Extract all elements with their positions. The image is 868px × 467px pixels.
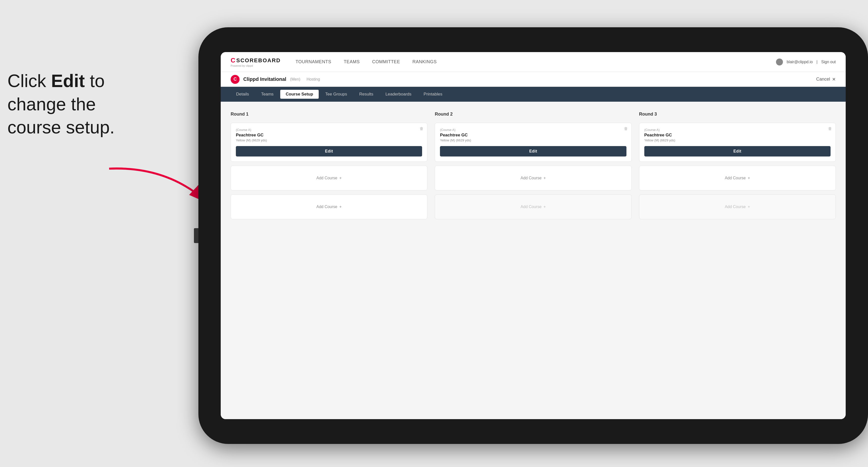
tab-teams[interactable]: Teams xyxy=(256,90,279,99)
tournament-gender: (Men) xyxy=(290,77,300,82)
tab-course-setup[interactable]: Course Setup xyxy=(280,90,319,99)
instruction-block: Click Edit tochange thecourse setup. xyxy=(7,69,115,139)
round-2-course-label: (Course A) xyxy=(440,128,626,132)
main-content: Round 1 🗑 (Course A) Peachtree GC Yellow… xyxy=(221,102,846,419)
round-3-course-card: 🗑 (Course A) Peachtree GC Yellow (M) (66… xyxy=(639,123,836,162)
tab-results[interactable]: Results xyxy=(354,90,379,99)
rounds-grid: Round 1 🗑 (Course A) Peachtree GC Yellow… xyxy=(230,112,836,219)
nav-right: blair@clippd.io | Sign out xyxy=(776,59,836,65)
round-3-course-name: Peachtree GC xyxy=(644,133,831,138)
tournament-logo: C xyxy=(230,75,240,84)
round-1-edit-button[interactable]: Edit xyxy=(236,146,422,156)
tournament-name: Clippd Invitational xyxy=(243,76,286,82)
round-3-edit-button[interactable]: Edit xyxy=(644,146,831,156)
round-2-course-card: 🗑 (Course A) Peachtree GC Yellow (M) (66… xyxy=(435,123,631,162)
logo-text: SCOREBOARD xyxy=(236,57,281,64)
cancel-icon: ✕ xyxy=(832,76,836,82)
round-1-add-course-text-1: Add Course + xyxy=(316,176,342,180)
user-email: blair@clippd.io xyxy=(787,60,813,64)
nav-teams[interactable]: TEAMS xyxy=(344,59,360,64)
round-2-add-course-2: Add Course + xyxy=(435,194,631,219)
round-1-add-course-text-2: Add Course + xyxy=(316,205,342,209)
round-3-add-course-text-2: Add Course + xyxy=(725,205,750,209)
nav-divider: | xyxy=(816,60,817,64)
tournament-status: Hosting xyxy=(307,77,320,82)
round-2-course-name: Peachtree GC xyxy=(440,133,626,138)
round-3-delete-icon[interactable]: 🗑 xyxy=(828,126,832,131)
nav-tournaments[interactable]: TOURNAMENTS xyxy=(296,59,331,64)
tab-bar: Details Teams Course Setup Tee Groups Re… xyxy=(221,87,846,102)
round-2-delete-icon[interactable]: 🗑 xyxy=(624,126,628,131)
tablet-frame: C SCOREBOARD Powered by clippd TOURNAMEN… xyxy=(198,27,868,444)
nav-committee[interactable]: COMMITTEE xyxy=(372,59,400,64)
instruction-bold: Edit xyxy=(51,71,85,91)
tab-tee-groups[interactable]: Tee Groups xyxy=(320,90,353,99)
tab-leaderboards[interactable]: Leaderboards xyxy=(380,90,417,99)
round-3-title: Round 3 xyxy=(639,112,836,117)
logo-subtitle: Powered by clippd xyxy=(230,64,281,67)
user-avatar xyxy=(776,59,783,65)
round-1-course-label: (Course A) xyxy=(236,128,422,132)
round-3-course-details: Yellow (M) (6629 yds) xyxy=(644,138,831,142)
nav-rankings[interactable]: RANKINGS xyxy=(412,59,437,64)
top-navigation: C SCOREBOARD Powered by clippd TOURNAMEN… xyxy=(221,52,846,72)
round-2-column: Round 2 🗑 (Course A) Peachtree GC Yellow… xyxy=(435,112,631,219)
round-1-course-name: Peachtree GC xyxy=(236,133,422,138)
nav-links: TOURNAMENTS TEAMS COMMITTEE RANKINGS xyxy=(296,59,776,64)
tournament-info: C Clippd Invitational (Men) Hosting xyxy=(230,75,320,84)
round-1-title: Round 1 xyxy=(230,112,427,117)
round-1-column: Round 1 🗑 (Course A) Peachtree GC Yellow… xyxy=(230,112,427,219)
cancel-label: Cancel xyxy=(816,76,830,82)
round-3-column: Round 3 🗑 (Course A) Peachtree GC Yellow… xyxy=(639,112,836,219)
round-3-add-course-text-1: Add Course + xyxy=(725,176,750,180)
tab-printables[interactable]: Printables xyxy=(418,90,448,99)
round-2-course-details: Yellow (M) (6629 yds) xyxy=(440,138,626,142)
round-2-add-course-text-2: Add Course + xyxy=(521,205,546,209)
round-1-delete-icon[interactable]: 🗑 xyxy=(420,126,424,131)
logo-area: C SCOREBOARD Powered by clippd xyxy=(230,57,281,67)
round-1-add-course-1[interactable]: Add Course + xyxy=(230,166,427,190)
tablet-side-button xyxy=(194,228,198,243)
round-3-course-label: (Course A) xyxy=(644,128,831,132)
cancel-button[interactable]: Cancel ✕ xyxy=(816,76,836,82)
tab-details[interactable]: Details xyxy=(230,90,254,99)
round-1-add-course-2[interactable]: Add Course + xyxy=(230,194,427,219)
round-1-course-card: 🗑 (Course A) Peachtree GC Yellow (M) (66… xyxy=(230,123,427,162)
round-1-course-details: Yellow (M) (6629 yds) xyxy=(236,138,422,142)
logo-c-icon: C xyxy=(230,57,235,64)
sign-out-link[interactable]: Sign out xyxy=(821,60,836,64)
round-2-edit-button[interactable]: Edit xyxy=(440,146,626,156)
round-3-add-course-2: Add Course + xyxy=(639,194,836,219)
round-2-title: Round 2 xyxy=(435,112,631,117)
tablet-screen: C SCOREBOARD Powered by clippd TOURNAMEN… xyxy=(221,52,846,419)
tournament-bar: C Clippd Invitational (Men) Hosting Canc… xyxy=(221,72,846,87)
round-2-add-course-1[interactable]: Add Course + xyxy=(435,166,631,190)
round-2-add-course-text-1: Add Course + xyxy=(521,176,546,180)
round-3-add-course-1[interactable]: Add Course + xyxy=(639,166,836,190)
